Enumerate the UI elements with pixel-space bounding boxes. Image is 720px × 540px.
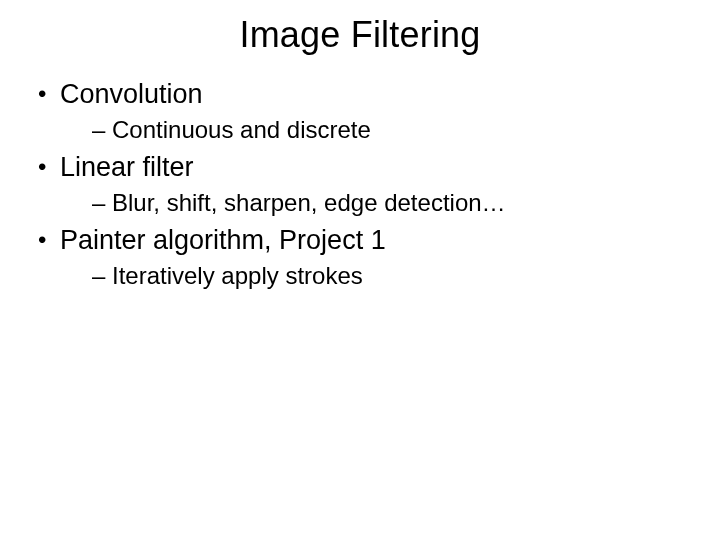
slide-body: Convolution Continuous and discrete Line… bbox=[38, 78, 682, 297]
bullet-list: Convolution Continuous and discrete Line… bbox=[38, 78, 682, 291]
sub-bullet-text: Blur, shift, sharpen, edge detection… bbox=[112, 189, 506, 216]
slide-title: Image Filtering bbox=[0, 14, 720, 56]
bullet-item: Painter algorithm, Project 1 Iteratively… bbox=[38, 224, 682, 291]
sub-bullet-list: Continuous and discrete bbox=[60, 114, 682, 145]
sub-bullet-item: Iteratively apply strokes bbox=[92, 260, 682, 291]
sub-bullet-text: Iteratively apply strokes bbox=[112, 262, 363, 289]
sub-bullet-item: Blur, shift, sharpen, edge detection… bbox=[92, 187, 682, 218]
bullet-item: Linear filter Blur, shift, sharpen, edge… bbox=[38, 151, 682, 218]
sub-bullet-item: Continuous and discrete bbox=[92, 114, 682, 145]
slide: Image Filtering Convolution Continuous a… bbox=[0, 0, 720, 540]
sub-bullet-list: Iteratively apply strokes bbox=[60, 260, 682, 291]
bullet-text: Linear filter bbox=[60, 152, 194, 182]
bullet-text: Painter algorithm, Project 1 bbox=[60, 225, 386, 255]
sub-bullet-list: Blur, shift, sharpen, edge detection… bbox=[60, 187, 682, 218]
bullet-text: Convolution bbox=[60, 79, 203, 109]
bullet-item: Convolution Continuous and discrete bbox=[38, 78, 682, 145]
sub-bullet-text: Continuous and discrete bbox=[112, 116, 371, 143]
